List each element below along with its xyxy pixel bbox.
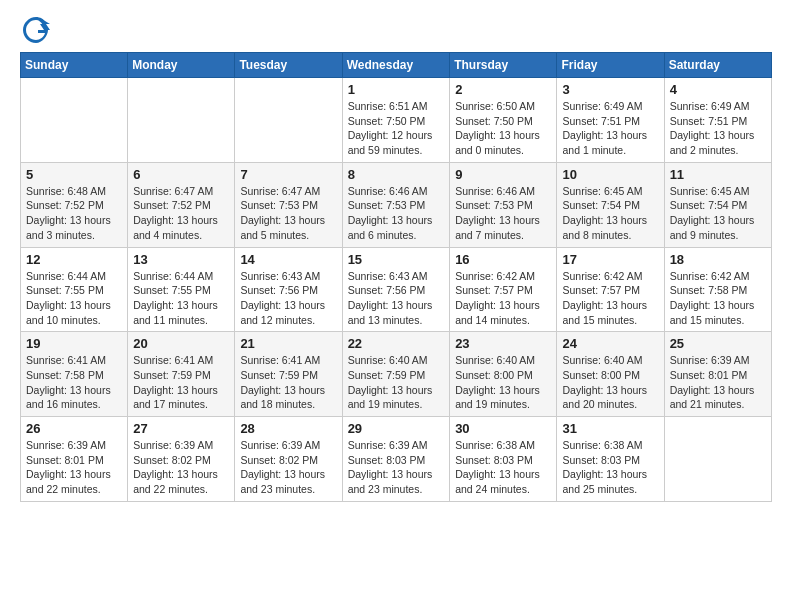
- calendar-cell: 20Sunrise: 6:41 AMSunset: 7:59 PMDayligh…: [128, 332, 235, 417]
- day-number: 23: [455, 336, 551, 351]
- weekday-header: Friday: [557, 53, 664, 78]
- day-number: 8: [348, 167, 445, 182]
- day-number: 11: [670, 167, 766, 182]
- calendar-cell: 9Sunrise: 6:46 AMSunset: 7:53 PMDaylight…: [450, 162, 557, 247]
- calendar-cell: 2Sunrise: 6:50 AMSunset: 7:50 PMDaylight…: [450, 78, 557, 163]
- calendar-cell: 23Sunrise: 6:40 AMSunset: 8:00 PMDayligh…: [450, 332, 557, 417]
- day-number: 12: [26, 252, 122, 267]
- calendar-cell: 31Sunrise: 6:38 AMSunset: 8:03 PMDayligh…: [557, 417, 664, 502]
- day-info: Sunrise: 6:40 AMSunset: 7:59 PMDaylight:…: [348, 353, 445, 412]
- calendar-cell: 27Sunrise: 6:39 AMSunset: 8:02 PMDayligh…: [128, 417, 235, 502]
- day-number: 3: [562, 82, 658, 97]
- calendar-cell: [21, 78, 128, 163]
- day-number: 26: [26, 421, 122, 436]
- day-info: Sunrise: 6:40 AMSunset: 8:00 PMDaylight:…: [562, 353, 658, 412]
- day-number: 1: [348, 82, 445, 97]
- day-number: 6: [133, 167, 229, 182]
- calendar-cell: 25Sunrise: 6:39 AMSunset: 8:01 PMDayligh…: [664, 332, 771, 417]
- day-number: 27: [133, 421, 229, 436]
- day-info: Sunrise: 6:45 AMSunset: 7:54 PMDaylight:…: [562, 184, 658, 243]
- calendar-cell: 4Sunrise: 6:49 AMSunset: 7:51 PMDaylight…: [664, 78, 771, 163]
- calendar-cell: 18Sunrise: 6:42 AMSunset: 7:58 PMDayligh…: [664, 247, 771, 332]
- day-info: Sunrise: 6:46 AMSunset: 7:53 PMDaylight:…: [455, 184, 551, 243]
- day-number: 21: [240, 336, 336, 351]
- day-info: Sunrise: 6:41 AMSunset: 7:59 PMDaylight:…: [240, 353, 336, 412]
- day-number: 29: [348, 421, 445, 436]
- calendar-cell: 16Sunrise: 6:42 AMSunset: 7:57 PMDayligh…: [450, 247, 557, 332]
- calendar-cell: 6Sunrise: 6:47 AMSunset: 7:52 PMDaylight…: [128, 162, 235, 247]
- weekday-header: Saturday: [664, 53, 771, 78]
- day-info: Sunrise: 6:49 AMSunset: 7:51 PMDaylight:…: [562, 99, 658, 158]
- weekday-header-row: SundayMondayTuesdayWednesdayThursdayFrid…: [21, 53, 772, 78]
- day-info: Sunrise: 6:49 AMSunset: 7:51 PMDaylight:…: [670, 99, 766, 158]
- day-number: 10: [562, 167, 658, 182]
- calendar-cell: 17Sunrise: 6:42 AMSunset: 7:57 PMDayligh…: [557, 247, 664, 332]
- day-number: 2: [455, 82, 551, 97]
- day-number: 7: [240, 167, 336, 182]
- day-info: Sunrise: 6:44 AMSunset: 7:55 PMDaylight:…: [26, 269, 122, 328]
- day-info: Sunrise: 6:39 AMSunset: 8:02 PMDaylight:…: [133, 438, 229, 497]
- calendar-week-row: 5Sunrise: 6:48 AMSunset: 7:52 PMDaylight…: [21, 162, 772, 247]
- day-number: 30: [455, 421, 551, 436]
- day-info: Sunrise: 6:40 AMSunset: 8:00 PMDaylight:…: [455, 353, 551, 412]
- page-header: [20, 16, 772, 44]
- calendar-cell: 30Sunrise: 6:38 AMSunset: 8:03 PMDayligh…: [450, 417, 557, 502]
- day-info: Sunrise: 6:39 AMSunset: 8:01 PMDaylight:…: [26, 438, 122, 497]
- day-number: 20: [133, 336, 229, 351]
- day-info: Sunrise: 6:42 AMSunset: 7:57 PMDaylight:…: [455, 269, 551, 328]
- day-info: Sunrise: 6:50 AMSunset: 7:50 PMDaylight:…: [455, 99, 551, 158]
- day-number: 14: [240, 252, 336, 267]
- day-number: 13: [133, 252, 229, 267]
- day-info: Sunrise: 6:51 AMSunset: 7:50 PMDaylight:…: [348, 99, 445, 158]
- weekday-header: Wednesday: [342, 53, 450, 78]
- day-number: 16: [455, 252, 551, 267]
- day-number: 28: [240, 421, 336, 436]
- calendar-cell: 13Sunrise: 6:44 AMSunset: 7:55 PMDayligh…: [128, 247, 235, 332]
- calendar-cell: 7Sunrise: 6:47 AMSunset: 7:53 PMDaylight…: [235, 162, 342, 247]
- calendar-cell: 14Sunrise: 6:43 AMSunset: 7:56 PMDayligh…: [235, 247, 342, 332]
- day-info: Sunrise: 6:43 AMSunset: 7:56 PMDaylight:…: [240, 269, 336, 328]
- weekday-header: Thursday: [450, 53, 557, 78]
- day-number: 5: [26, 167, 122, 182]
- calendar-cell: 24Sunrise: 6:40 AMSunset: 8:00 PMDayligh…: [557, 332, 664, 417]
- day-info: Sunrise: 6:48 AMSunset: 7:52 PMDaylight:…: [26, 184, 122, 243]
- weekday-header: Tuesday: [235, 53, 342, 78]
- calendar-week-row: 19Sunrise: 6:41 AMSunset: 7:58 PMDayligh…: [21, 332, 772, 417]
- calendar-cell: 28Sunrise: 6:39 AMSunset: 8:02 PMDayligh…: [235, 417, 342, 502]
- calendar-cell: 12Sunrise: 6:44 AMSunset: 7:55 PMDayligh…: [21, 247, 128, 332]
- day-number: 25: [670, 336, 766, 351]
- weekday-header: Monday: [128, 53, 235, 78]
- day-info: Sunrise: 6:39 AMSunset: 8:01 PMDaylight:…: [670, 353, 766, 412]
- calendar-cell: 8Sunrise: 6:46 AMSunset: 7:53 PMDaylight…: [342, 162, 450, 247]
- weekday-header: Sunday: [21, 53, 128, 78]
- calendar-cell: 21Sunrise: 6:41 AMSunset: 7:59 PMDayligh…: [235, 332, 342, 417]
- calendar-week-row: 12Sunrise: 6:44 AMSunset: 7:55 PMDayligh…: [21, 247, 772, 332]
- calendar-cell: [235, 78, 342, 163]
- day-number: 31: [562, 421, 658, 436]
- day-info: Sunrise: 6:42 AMSunset: 7:57 PMDaylight:…: [562, 269, 658, 328]
- day-number: 4: [670, 82, 766, 97]
- calendar-cell: 22Sunrise: 6:40 AMSunset: 7:59 PMDayligh…: [342, 332, 450, 417]
- day-info: Sunrise: 6:38 AMSunset: 8:03 PMDaylight:…: [455, 438, 551, 497]
- day-info: Sunrise: 6:41 AMSunset: 7:59 PMDaylight:…: [133, 353, 229, 412]
- day-number: 17: [562, 252, 658, 267]
- calendar-cell: 1Sunrise: 6:51 AMSunset: 7:50 PMDaylight…: [342, 78, 450, 163]
- day-info: Sunrise: 6:41 AMSunset: 7:58 PMDaylight:…: [26, 353, 122, 412]
- day-info: Sunrise: 6:45 AMSunset: 7:54 PMDaylight:…: [670, 184, 766, 243]
- logo: [20, 16, 50, 44]
- calendar-table: SundayMondayTuesdayWednesdayThursdayFrid…: [20, 52, 772, 502]
- calendar-cell: 3Sunrise: 6:49 AMSunset: 7:51 PMDaylight…: [557, 78, 664, 163]
- logo-icon: [22, 16, 50, 44]
- day-number: 9: [455, 167, 551, 182]
- day-info: Sunrise: 6:43 AMSunset: 7:56 PMDaylight:…: [348, 269, 445, 328]
- day-number: 18: [670, 252, 766, 267]
- day-number: 19: [26, 336, 122, 351]
- calendar-cell: 15Sunrise: 6:43 AMSunset: 7:56 PMDayligh…: [342, 247, 450, 332]
- day-info: Sunrise: 6:47 AMSunset: 7:53 PMDaylight:…: [240, 184, 336, 243]
- calendar-cell: [664, 417, 771, 502]
- day-info: Sunrise: 6:42 AMSunset: 7:58 PMDaylight:…: [670, 269, 766, 328]
- day-number: 15: [348, 252, 445, 267]
- day-number: 22: [348, 336, 445, 351]
- calendar-cell: 19Sunrise: 6:41 AMSunset: 7:58 PMDayligh…: [21, 332, 128, 417]
- day-info: Sunrise: 6:47 AMSunset: 7:52 PMDaylight:…: [133, 184, 229, 243]
